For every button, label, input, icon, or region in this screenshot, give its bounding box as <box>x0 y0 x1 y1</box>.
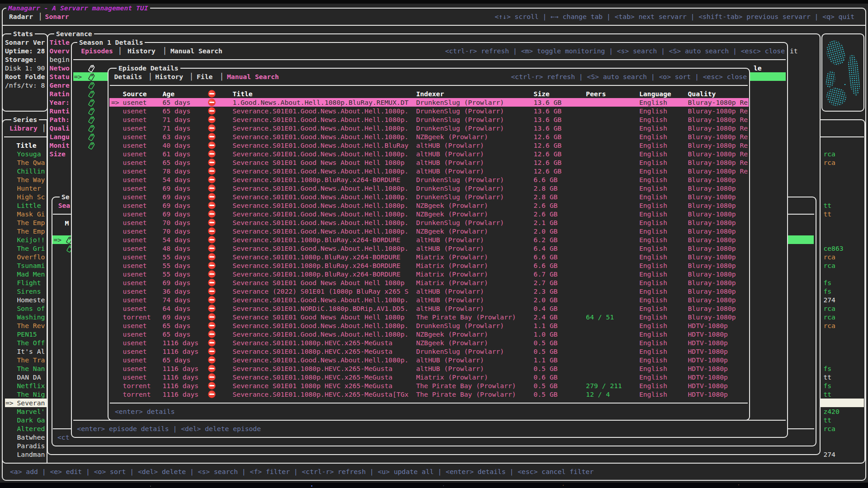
release-cell-indexer: altHUB (Prowlarr) <box>416 364 484 373</box>
release-cell-title: Severance.S01E01.1080p.BluRay.x264-BORDU… <box>233 253 401 261</box>
release-cell-age: 69 days <box>163 210 191 218</box>
release-cell-source: usenet <box>123 296 147 304</box>
release-cell-age: 70 days <box>163 218 191 227</box>
release-cell-source: usenet <box>123 338 147 347</box>
release-cell-quality: Bluray-1080p Re <box>688 132 748 141</box>
release-cell-language: English <box>639 270 667 278</box>
release-cell-indexer: Miatrix (Prowlarr) <box>416 373 488 381</box>
tab-episode-history[interactable]: History <box>155 72 183 81</box>
release-cell-quality: Bluray-1080p <box>688 201 736 210</box>
release-cell-quality: Bluray-1080p <box>688 218 736 227</box>
release-cell-source: usenet <box>123 244 147 253</box>
release-cell-title: Severance S01E01 Good News About Hell 10… <box>233 313 405 321</box>
release-cell-quality: HDTV-1080p <box>688 356 728 364</box>
wallpaper-speck <box>443 485 444 486</box>
tab-episode-file[interactable]: File <box>197 72 212 81</box>
release-blocklist-icon <box>208 193 216 201</box>
release-blocklist-icon <box>208 159 216 166</box>
release-cell-indexer: altHUB (Prowlarr) <box>416 304 484 313</box>
release-cell-source: usenet <box>123 287 147 296</box>
release-cell-quality: Bluray-1080p <box>688 278 736 287</box>
release-cell-age: 1116 days <box>163 364 199 373</box>
release-column-header-indexer: Indexer <box>416 89 444 98</box>
release-cell-age: 1116 days <box>163 390 199 399</box>
episode-tab-separator-2: │ <box>189 72 193 81</box>
release-cell-indexer: DrunkenSlug (Prowlarr) <box>416 124 504 132</box>
release-cell-indexer: DrunkenSlug (Prowlarr) <box>416 218 504 227</box>
release-cell-title: Severance.S01E01.1080p.HEVC.x265-MeGusta <box>233 347 393 356</box>
release-cell-source: usenet <box>123 235 147 244</box>
release-cell-language: English <box>639 347 667 356</box>
release-cell-language: English <box>639 158 667 167</box>
release-cell-quality: Bluray-1080p <box>688 192 736 201</box>
release-blocklist-icon <box>208 322 216 329</box>
release-cell-quality: Bluray-1080p <box>688 253 736 261</box>
release-blocklist-icon <box>208 124 216 132</box>
release-cell-quality: HDTV-1080p <box>688 364 728 373</box>
release-cell-quality: Bluray-1080p <box>688 184 736 192</box>
release-cell-age: 70 days <box>163 227 191 235</box>
release-cell-indexer: altHUB (Prowlarr) <box>416 287 484 296</box>
release-cell-language: English <box>639 244 667 253</box>
tab-episode-details[interactable]: Details <box>114 72 142 81</box>
release-blocklist-icon <box>208 262 216 269</box>
release-blocklist-icon <box>208 373 216 381</box>
release-blocklist-icon <box>208 244 216 252</box>
episode-help-separator <box>110 403 748 404</box>
release-cell-source: usenet <box>123 167 147 175</box>
release-cell-indexer: NZBgeek (Prowlarr) <box>416 132 488 141</box>
release-blocklist-icon <box>208 287 216 295</box>
release-cell-title: Severance.S01E01.1080p.HEVC.x265-MeGusta <box>233 364 393 373</box>
release-cell-size: 1.0 GB <box>533 330 557 338</box>
tab-episode-manual-search[interactable]: Manual Search <box>227 72 279 81</box>
release-cell-indexer: altHUB (Prowlarr) <box>416 150 484 158</box>
release-cell-source: usenet <box>123 347 147 356</box>
release-cell-language: English <box>639 296 667 304</box>
release-cell-quality: HDTV-1080p <box>688 381 728 390</box>
release-cell-size: 6.7 GB <box>533 270 557 278</box>
release-blocklist-icon <box>208 202 216 209</box>
release-cell-source: usenet <box>123 132 147 141</box>
release-cell-quality: Bluray-1080p Re <box>688 107 748 115</box>
release-cell-size: 6.6 GB <box>533 261 557 270</box>
release-cell-language: English <box>639 261 667 270</box>
release-cell-language: English <box>639 132 667 141</box>
release-column-header-language: Language <box>639 89 671 98</box>
release-cell-age: 69 days <box>163 184 191 192</box>
release-cell-title: Severance.S01E01.1080p.HEVC.x265-MeGusta… <box>233 390 409 399</box>
release-cell-source: usenet <box>123 261 147 270</box>
release-cell-age: 65 days <box>163 98 191 107</box>
release-cell-age: 1116 days <box>163 338 199 347</box>
release-cell-age: 69 days <box>163 192 191 201</box>
release-cell-size: 2.3 GB <box>533 287 557 296</box>
release-cell-indexer: altHUB (Prowlarr) <box>416 296 484 304</box>
release-column-header-peers: Peers <box>586 89 606 98</box>
release-blocklist-icon <box>208 219 216 226</box>
release-cell-size: 2.4 GB <box>533 313 557 321</box>
release-cell-title: Severance.S01E01.NORDiC.1080p.BDRip.AV1.… <box>233 304 409 313</box>
release-cell-size: 2.1 GB <box>533 218 557 227</box>
release-cell-language: English <box>639 107 667 115</box>
release-cell-title: Severance.S01E01.Good.News.About.Hell.10… <box>233 356 409 364</box>
release-cell-indexer: NZBgeek (Prowlarr) <box>416 338 488 347</box>
release-cell-age: 69 days <box>163 313 191 321</box>
release-cell-size: 0.4 GB <box>533 304 557 313</box>
release-cell-peers: 12 / 4 <box>586 390 610 399</box>
release-cell-size: 13.6 GB <box>533 124 561 132</box>
release-blocklist-icon <box>208 382 216 389</box>
release-cell-source: usenet <box>123 321 147 330</box>
release-cell-age: 36 days <box>163 287 191 296</box>
wallpaper-speck <box>738 484 739 485</box>
release-blocklist-icon <box>208 210 216 218</box>
release-cell-language: English <box>639 184 667 192</box>
release-cell-source: usenet <box>123 107 147 115</box>
release-cell-size: 13.6 GB <box>533 98 561 107</box>
release-cell-source: usenet <box>123 115 147 124</box>
release-column-header-age: Age <box>163 89 175 98</box>
release-cell-indexer: DrunkenSlug (Prowlarr) <box>416 192 504 201</box>
release-cell-size: 6.4 GB <box>533 244 557 253</box>
release-cell-title: Severance.S01E01.Good.News.About.Hell.10… <box>233 150 409 158</box>
release-cell-source: usenet <box>123 192 147 201</box>
release-blocklist-icon <box>208 296 216 304</box>
release-cell-indexer: Miatrix (Prowlarr) <box>416 270 488 278</box>
